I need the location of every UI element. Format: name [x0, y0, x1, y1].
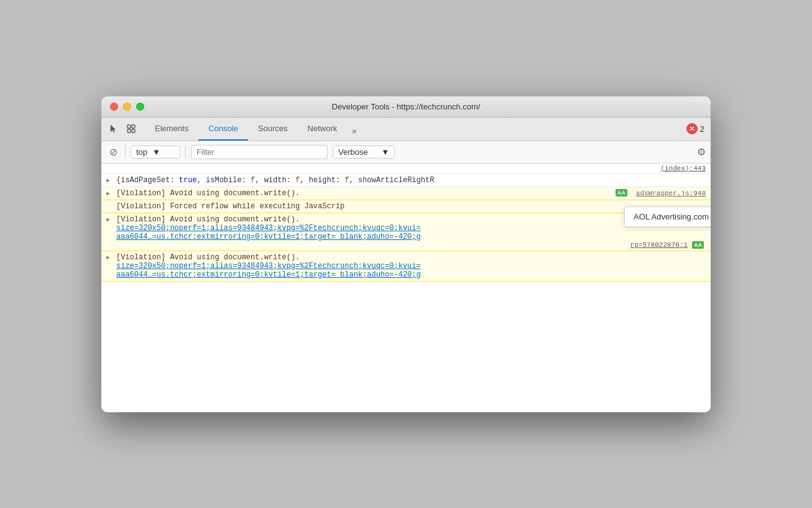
log-meta-3a: [Violation] Avoid using document.write()… — [116, 215, 706, 224]
error-count: 2 — [700, 124, 704, 134]
aa-badge-2: AA — [692, 241, 704, 249]
filter-input[interactable] — [191, 145, 328, 159]
log-link-3b[interactable]: aaa6044…=us.tchcr;extmirroring=0;kvtile=… — [116, 233, 706, 241]
context-chevron-icon: ▼ — [152, 147, 160, 157]
log-text-violation4: [Violation] Avoid using document.write()… — [116, 253, 300, 262]
tab-sources[interactable]: Sources — [248, 118, 298, 141]
tab-bar-icons — [108, 122, 137, 135]
window-title: Developer Tools - https://techcrunch.com… — [332, 102, 481, 111]
verbose-label: Verbose — [338, 147, 368, 157]
tab-console[interactable]: Console — [198, 118, 248, 141]
log-row-violation4: ▶ [Violation] Avoid using document.write… — [101, 251, 711, 282]
source-link-3[interactable]: rp=578022876:1 — [630, 241, 688, 249]
svg-rect-3 — [132, 129, 135, 132]
close-button[interactable] — [110, 103, 118, 111]
log-row-violation3: ▶ [Violation] Avoid using document.write… — [101, 213, 711, 251]
svg-rect-1 — [132, 125, 135, 128]
context-selector[interactable]: top ▼ — [131, 145, 180, 159]
error-badge: ✕ 2 — [686, 123, 704, 134]
source-with-badge: AA adsWrapper.js:940 — [614, 189, 706, 197]
log-row-violation2: [Violation] Forced reflow while executin… — [101, 200, 711, 213]
source-link-1[interactable]: adsWrapper.js:940 — [636, 189, 706, 197]
error-icon: ✕ — [686, 123, 698, 134]
block-icon[interactable]: ⊘ — [106, 145, 120, 159]
aa-tooltip: AOL Advertising.com — [624, 206, 711, 227]
log-link-3a[interactable]: size=320x50;noperf=1;alias=93484943;kvpg… — [116, 224, 706, 233]
log-multiline-4: size=320x50;noperf=1;alias=93484943;kvpg… — [116, 262, 706, 279]
console-content[interactable]: (index):443 ▶ {isAdPageSet: true, isMobi… — [101, 164, 711, 412]
svg-rect-2 — [127, 129, 131, 132]
log-content-4: [Violation] Avoid using document.write()… — [116, 253, 706, 279]
context-label: top — [136, 147, 147, 157]
log-row-object: ▶ {isAdPageSet: true, isMobile: f, width… — [101, 174, 711, 187]
traffic-lights — [110, 103, 144, 111]
settings-icon[interactable]: ⚙ — [697, 146, 706, 158]
row4-source-area: rp=578022876:1 AA — [116, 241, 706, 249]
log-link-4a[interactable]: size=320x50;noperf=1;alias=93484943;kvpg… — [116, 262, 706, 270]
log-text-violation2: [Violation] Forced reflow while executin… — [116, 202, 706, 211]
source-col-1: AA adsWrapper.js:940 AOL Advertising.com — [614, 189, 706, 197]
log-row-violation1: ▶ [Violation] Avoid using document.write… — [101, 187, 711, 200]
svg-rect-0 — [127, 125, 131, 128]
cursor-icon[interactable] — [108, 122, 120, 135]
title-bar: Developer Tools - https://techcrunch.com… — [101, 96, 711, 118]
log-row-meta-1: [Violation] Avoid using document.write()… — [116, 189, 706, 198]
log-link-4b[interactable]: aaa6044…=us.tchcr;extmirroring=0;kvtile=… — [116, 270, 706, 279]
toolbar-divider — [125, 145, 126, 158]
devtools-window: Developer Tools - https://techcrunch.com… — [101, 96, 711, 412]
tab-bar: Elements Console Sources Network » ✕ 2 — [101, 118, 711, 141]
minimize-button[interactable] — [123, 103, 131, 111]
expand-arrow-3[interactable]: ▶ — [106, 216, 110, 223]
tab-network[interactable]: Network — [298, 118, 348, 141]
index-source-link[interactable]: (index):443 — [660, 165, 706, 172]
log-text-object: {isAdPageSet: true, isMobile: f, width: … — [116, 176, 706, 185]
verbose-chevron-icon: ▼ — [381, 147, 389, 157]
log-content-3: [Violation] Avoid using document.write()… — [116, 215, 706, 249]
expand-arrow[interactable]: ▶ — [106, 177, 110, 184]
aa-badge-1: AA — [616, 189, 627, 196]
maximize-button[interactable] — [136, 103, 144, 111]
inspect-icon[interactable] — [125, 122, 137, 135]
expand-arrow-4[interactable]: ▶ — [106, 254, 110, 261]
more-tabs-button[interactable]: » — [347, 121, 361, 141]
log-multiline-3: size=320x50;noperf=1;alias=93484943;kvpg… — [116, 224, 706, 241]
console-toolbar: ⊘ top ▼ Verbose ▼ ⚙ — [101, 141, 711, 164]
tab-bar-right: ✕ 2 — [686, 123, 704, 134]
log-text-violation1: [Violation] Avoid using document.write()… — [116, 189, 609, 198]
expand-arrow-2[interactable]: ▶ — [106, 190, 110, 197]
index-line: (index):443 — [101, 164, 711, 174]
tab-elements[interactable]: Elements — [145, 118, 198, 141]
filter-divider — [185, 145, 186, 158]
verbose-selector[interactable]: Verbose ▼ — [333, 145, 395, 159]
log-text-violation3: [Violation] Avoid using document.write()… — [116, 215, 706, 224]
tabs: Elements Console Sources Network » — [145, 118, 362, 141]
